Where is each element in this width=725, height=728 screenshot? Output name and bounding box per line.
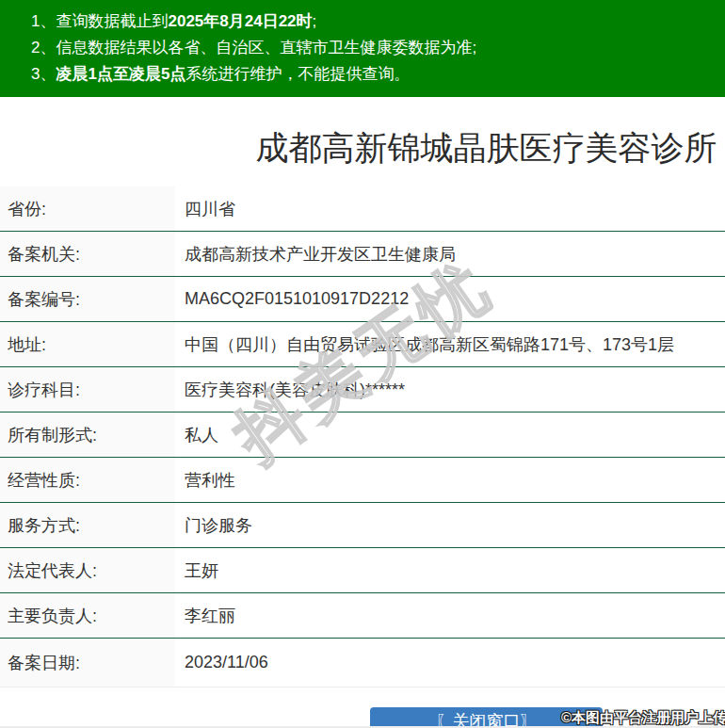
page: 1、查询数据截止到2025年8月24日22时;2、信息数据结果以各省、自治区、直… — [0, 0, 725, 728]
row-label: 地址: — [0, 322, 175, 366]
notice-text: 3、 — [31, 65, 56, 83]
row-label: 备案机关: — [0, 232, 175, 276]
table-row: 所有制形式:私人 — [0, 413, 725, 458]
table-row: 地址:中国（四川）自由贸易试验区成都高新区蜀锦路171号、173号1层 — [0, 322, 725, 367]
row-label: 服务方式: — [0, 503, 175, 547]
row-value: 医疗美容科(美容皮肤科)****** — [175, 367, 725, 412]
notice-line: 2、信息数据结果以各省、自治区、直辖市卫生健康委数据为准; — [31, 35, 716, 61]
table-row: 省份:四川省 — [0, 186, 725, 232]
row-label: 诊疗科目: — [0, 367, 175, 412]
row-label: 省份: — [0, 186, 175, 231]
table-row: 主要负责人:李红丽 — [0, 593, 725, 639]
info-table: 省份:四川省备案机关:成都高新技术产业开发区卫生健康局备案编号:MA6CQ2F0… — [0, 186, 725, 688]
notice-bold-text: 2025年8月24日22时 — [168, 12, 312, 30]
table-row: 备案日期:2023/11/06 — [0, 639, 725, 688]
row-label: 备案日期: — [0, 639, 175, 687]
row-value: 2023/11/06 — [175, 639, 725, 687]
notice-text: ; — [313, 12, 317, 30]
row-value: 私人 — [175, 413, 725, 457]
notice-bold-text: 凌晨1点至凌晨5点 — [56, 65, 185, 83]
row-label: 法定代表人: — [0, 548, 175, 592]
notice-line: 3、凌晨1点至凌晨5点系统进行维护，不能提供查询。 — [31, 61, 716, 88]
table-row: 诊疗科目:医疗美容科(美容皮肤科)****** — [0, 367, 725, 413]
row-value: 王妍 — [175, 548, 725, 592]
credit-overlay: ©本图由平台注册用户上传 — [561, 709, 725, 727]
row-label: 所有制形式: — [0, 413, 175, 457]
row-label: 经营性质: — [0, 458, 175, 502]
table-row: 经营性质:营利性 — [0, 458, 725, 503]
notice-text: 2、信息数据结果以各省、自治区、直辖市卫生健康委数据为准; — [31, 39, 476, 57]
notice-text: 系统进行维护，不能提供查询。 — [185, 65, 410, 83]
row-value: 四川省 — [175, 186, 725, 231]
notice-banner: 1、查询数据截止到2025年8月24日22时;2、信息数据结果以各省、自治区、直… — [0, 0, 725, 97]
table-row: 服务方式:门诊服务 — [0, 503, 725, 548]
row-value: 成都高新技术产业开发区卫生健康局 — [175, 232, 725, 276]
row-value: 营利性 — [175, 458, 725, 502]
table-row: 备案机关:成都高新技术产业开发区卫生健康局 — [0, 232, 725, 277]
row-label: 备案编号: — [0, 277, 175, 321]
table-row: 法定代表人:王妍 — [0, 548, 725, 593]
row-label: 主要负责人: — [0, 593, 175, 638]
table-row: 备案编号:MA6CQ2F0151010917D2212 — [0, 277, 725, 322]
row-value: 中国（四川）自由贸易试验区成都高新区蜀锦路171号、173号1层 — [175, 322, 725, 366]
row-value: 门诊服务 — [175, 503, 725, 547]
notice-text: 1、查询数据截止到 — [31, 12, 168, 30]
row-value: 李红丽 — [175, 593, 725, 638]
notice-line: 1、查询数据截止到2025年8月24日22时; — [31, 8, 716, 35]
row-value: MA6CQ2F0151010917D2212 — [175, 277, 725, 321]
page-title: 成都高新锦城晶肤医疗美容诊所 — [0, 125, 725, 170]
